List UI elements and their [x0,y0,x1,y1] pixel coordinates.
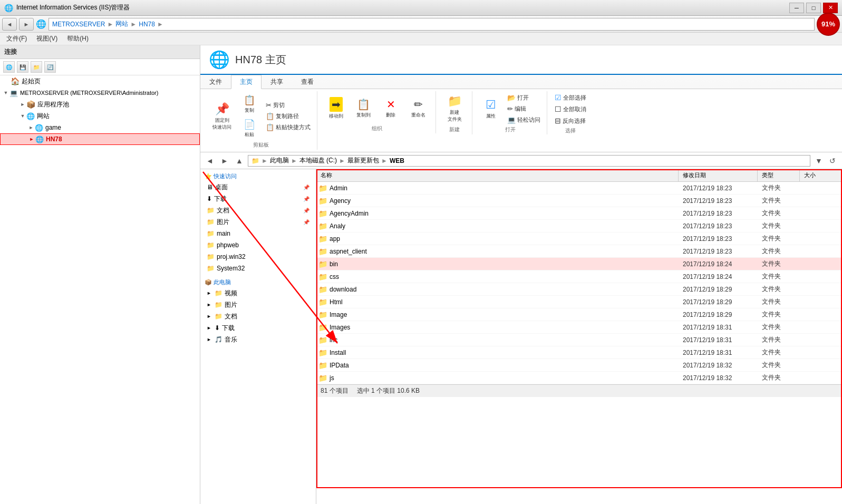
table-row[interactable]: 📁 aspnet_client 2017/12/19 18:23 文件夹 [316,245,842,258]
expand-doc[interactable]: ► [207,314,211,319]
left-toolbar: 🌐 💾 📁 🔄 [0,59,200,75]
tree-item-home[interactable]: 🏠 起始页 [0,75,200,87]
exp-path-bar[interactable]: 📁 ► 此电脑 ► 本地磁盘 (C:) ► 最新更新包 ► WEB [248,155,810,167]
btn-move-to[interactable]: ➡ 移动到 [323,92,349,124]
exp-forward-button[interactable]: ► [218,154,231,167]
table-row[interactable]: 📁 Analy 2017/12/19 18:23 文件夹 [316,220,842,232]
btn-easy-access[interactable]: 💻轻松访问 [505,114,543,125]
quick-access-section[interactable]: ⭐ 快速访问 [200,171,316,181]
expand-pic[interactable]: ► [207,302,211,307]
breadcrumb-site[interactable]: 网站 [115,20,128,28]
btn-rename[interactable]: ✏ 重命名 [405,92,431,124]
table-row[interactable]: 📁 IPData 2017/12/19 18:32 文件夹 [316,359,842,372]
table-row[interactable]: 📁 Html 2017/12/19 18:29 文件夹 [316,296,842,308]
expand-icon2[interactable]: ► [19,101,26,108]
path-folder[interactable]: 最新更新包 [347,156,379,165]
btn-new-folder[interactable]: 📁 新建文件夹 [441,92,468,125]
item-desktop[interactable]: 🖥 桌面 📌 [200,181,316,193]
tree-item-hn78[interactable]: ► 🌐 HN78 [0,133,200,145]
btn-open[interactable]: 📂打开 [505,92,543,103]
item-download[interactable]: ⬇ 下载 📌 [200,193,316,205]
table-row[interactable]: 📁 Image 2017/12/19 18:29 文件夹 [316,308,842,321]
item-projwin32[interactable]: 📁 proj.win32 [200,251,316,263]
breadcrumb-hn78[interactable]: HN78 [139,21,155,28]
tab-file[interactable]: 文件 [200,75,231,89]
expand-dl[interactable]: ► [207,325,211,331]
exp-dropdown-button[interactable]: ▼ [812,154,825,167]
tree-item-server[interactable]: ▼ 💻 METROXSERVER (METROXSERVER\Administr… [0,87,200,99]
col-date[interactable]: 修改日期 [679,169,758,181]
path-icon: 📁 [251,157,259,164]
btn-pin[interactable]: 📌 固定到快速访问 [209,100,235,133]
expand-icon4[interactable]: ► [27,124,35,131]
close-button[interactable]: ✕ [823,3,838,13]
table-row[interactable]: 📁 Images 2017/12/19 18:31 文件夹 [316,321,842,334]
item-dl[interactable]: ► ⬇ 下载 [200,322,316,334]
table-row[interactable]: 📁 bin 2017/12/19 18:24 文件夹 [316,258,842,270]
table-row[interactable]: 📁 Install 2017/12/19 18:31 文件夹 [316,346,842,359]
btn-paste-shortcut[interactable]: 📋粘贴快捷方式 [264,122,313,133]
tab-view[interactable]: 查看 [292,75,323,89]
menu-help[interactable]: 帮助(H) [63,34,93,44]
tab-share[interactable]: 共享 [262,75,292,89]
breadcrumb-server[interactable]: METROXSERVER [52,21,105,28]
path-pc[interactable]: 此电脑 [270,156,289,165]
expand-icon[interactable]: ▼ [2,89,9,96]
item-pic[interactable]: ► 📁 图片 [200,299,316,311]
table-row[interactable]: 📁 Admin 2017/12/19 18:23 文件夹 [316,182,842,195]
btn-copy-path[interactable]: 📋复制路径 [264,111,313,122]
tree-item-sites[interactable]: ▼ 🌐 网站 [0,110,200,122]
tree-item-game[interactable]: ► 🌐 game [0,122,200,133]
exp-up-button[interactable]: ▲ [233,154,246,167]
btn-properties[interactable]: ☑ 属性 [478,93,504,124]
expand-music[interactable]: ► [207,337,211,342]
nav-breadcrumb[interactable]: METROXSERVER ► 网站 ► HN78 ► [49,18,815,31]
item-system32[interactable]: 📁 System32 [200,263,316,274]
table-row[interactable]: 📁 app 2017/12/19 18:23 文件夹 [316,232,842,245]
btn-paste[interactable]: 📄 粘贴 [236,117,263,140]
item-docs[interactable]: 📁 文档 📌 [200,205,316,216]
menu-file[interactable]: 文件(F) [2,34,31,44]
expand-icon5[interactable]: ► [28,135,35,143]
btn-edit[interactable]: ✏编辑 [505,103,543,114]
left-toolbar-btn4[interactable]: 🔄 [44,61,56,73]
expand-icon3[interactable]: ▼ [19,112,26,120]
menu-view[interactable]: 视图(V) [32,34,62,44]
btn-copy-to[interactable]: 📋 复制到 [350,92,376,124]
btn-select-all[interactable]: ☑ 全部选择 [553,92,588,103]
item-main[interactable]: 📁 main [200,228,316,239]
item-video[interactable]: ► 📁 视频 [200,287,316,299]
btn-copy[interactable]: 📋 复制 [236,92,263,116]
table-row[interactable]: 📁 Agency 2017/12/19 18:23 文件夹 [316,195,842,207]
item-doc[interactable]: ► 📁 文档 [200,311,316,322]
exp-refresh-button[interactable]: ↺ [826,154,839,167]
col-name[interactable]: 名称 [316,169,679,181]
path-web[interactable]: WEB [390,157,404,164]
left-toolbar-btn3[interactable]: 📁 [31,61,42,73]
maximize-button[interactable]: □ [806,3,821,13]
table-row[interactable]: 📁 js 2017/12/19 18:32 文件夹 [316,372,842,384]
table-row[interactable]: 📁 inc 2017/12/19 18:31 文件夹 [316,334,842,346]
forward-button[interactable]: ► [19,18,34,31]
left-toolbar-btn2[interactable]: 💾 [17,61,28,73]
table-row[interactable]: 📁 css 2017/12/19 18:24 文件夹 [316,270,842,283]
btn-select-none[interactable]: ☐ 全部取消 [553,104,588,114]
back-button[interactable]: ◄ [2,18,17,31]
btn-invert-select[interactable]: ⊟ 反向选择 [553,115,588,126]
tree-item-apppool[interactable]: ► 📦 应用程序池 [0,99,200,110]
btn-delete[interactable]: ✕ 删除 [378,92,404,124]
btn-cut[interactable]: ✂剪切 [264,100,313,111]
tab-home[interactable]: 主页 [231,75,262,89]
table-row[interactable]: 📁 AgencyAdmin 2017/12/19 18:23 文件夹 [316,207,842,220]
exp-back-button[interactable]: ◄ [204,154,216,167]
expand-video[interactable]: ► [207,290,211,296]
copy-icon: 📋 [244,94,255,106]
path-disk[interactable]: 本地磁盘 (C:) [299,156,337,165]
item-pictures[interactable]: 📁 图片 📌 [200,216,316,228]
item-phpweb[interactable]: 📁 phpweb [200,239,316,251]
left-toolbar-btn1[interactable]: 🌐 [3,61,15,73]
this-pc-section[interactable]: 📦 此电脑 [200,277,316,287]
item-music[interactable]: ► 🎵 音乐 [200,334,316,345]
minimize-button[interactable]: ─ [789,3,804,13]
table-row[interactable]: 📁 download 2017/12/19 18:29 文件夹 [316,283,842,296]
